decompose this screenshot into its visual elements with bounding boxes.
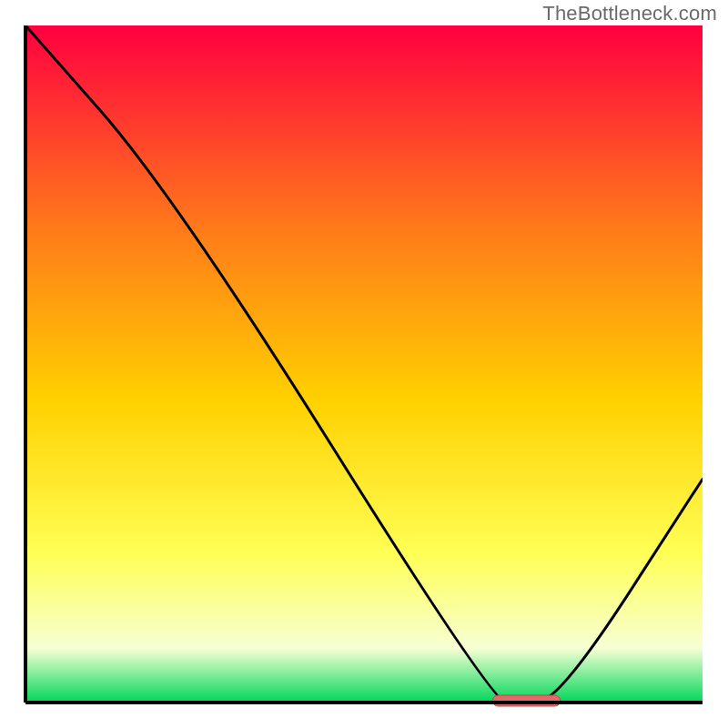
plot-background <box>25 25 703 703</box>
bottleneck-chart <box>0 0 728 728</box>
chart-stage: TheBottleneck.com <box>0 0 728 728</box>
